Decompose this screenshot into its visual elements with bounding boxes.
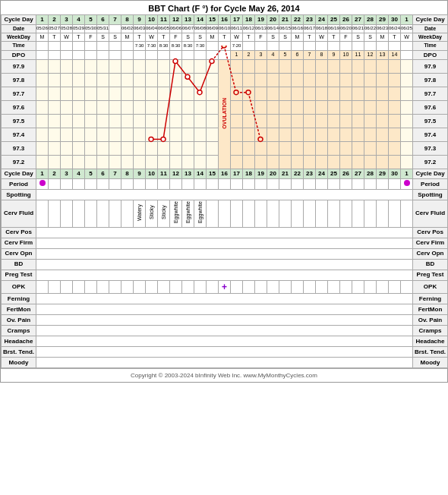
cervopn-label-right: Cerv Opn <box>413 248 448 259</box>
cycleday-bottom-label: Cycle Day <box>2 169 36 179</box>
time-label-right: Time <box>413 42 448 50</box>
bbt-label-976: 97.6 <box>2 101 36 115</box>
cramps-row: Cramps Cramps <box>2 325 448 336</box>
bbt-label-976-right: 97.6 <box>413 101 448 115</box>
main-chart: Cycle Day 1 2 3 4 5 6 7 8 9 10 11 12 13 … <box>1 14 448 368</box>
cervpos-label: Cerv Pos <box>2 227 36 238</box>
cervfirm-label-right: Cerv Firm <box>413 238 448 248</box>
cervpos-label-right: Cerv Pos <box>413 227 448 238</box>
cervfirm-label: Cerv Firm <box>2 238 36 248</box>
bbt-label-972-right: 97.2 <box>413 156 448 169</box>
cramps-label: Cramps <box>2 325 36 336</box>
cervfluid-row: Cerv Fluid Watery Sticky Sticky Eggwhite… <box>2 200 448 227</box>
period-label-right: Period <box>413 178 448 189</box>
weekday-label-right: WeekDay <box>413 33 448 41</box>
cycleday-header-row: Cycle Day 1 2 3 4 5 6 7 8 9 10 11 12 13 … <box>2 15 448 25</box>
bbt-label-972: 97.2 <box>2 156 36 169</box>
opk-label-right: OPK <box>413 280 448 293</box>
opk-plus-day16: + <box>222 282 227 292</box>
cramps-label-right: Cramps <box>413 325 448 336</box>
headache-label: Headache <box>2 336 36 346</box>
ferning-label: Ferning <box>2 293 36 304</box>
moody-label: Moody <box>2 357 36 367</box>
brsttend-row: Brst. Tend. Brst. Tend. <box>2 346 448 357</box>
bbt-label-978-right: 97.8 <box>413 74 448 87</box>
time-row: Time 7:30 7:30 8:30 8:30 8:30 7:30 7:20 <box>2 42 448 50</box>
bd-row: BD BD <box>2 259 448 270</box>
opk-label: OPK <box>2 280 36 293</box>
page-wrapper: BBT Chart (F °) for Cycle May 26, 2014 C… <box>0 0 448 383</box>
bbt-label-973: 97.3 <box>2 142 36 156</box>
bbt-label-975-right: 97.5 <box>413 115 448 128</box>
ovpain-label: Ov. Pain <box>2 314 36 325</box>
bbt-label-978: 97.8 <box>2 74 36 87</box>
ovulation-cell: OVULATION <box>219 60 231 169</box>
cervpos-row: Cerv Pos Cerv Pos <box>2 227 448 238</box>
cycleday-label-right: Cycle Day <box>413 15 448 25</box>
period-dot-day31 <box>404 180 410 186</box>
cervfluid-sticky1: Sticky <box>149 201 154 224</box>
brsttend-label-right: Brst. Tend. <box>413 346 448 357</box>
cycleday-bottom-row: Cycle Day 1234 5678 9101112 13141516 171… <box>2 169 448 179</box>
spotting-label: Spotting <box>2 189 36 200</box>
bbt-label-973-right: 97.3 <box>413 142 448 156</box>
bbt-label-974-right: 97.4 <box>413 128 448 142</box>
bbt-label-975: 97.5 <box>2 115 36 128</box>
bbt-label-977: 97.7 <box>2 87 36 101</box>
dpo-row: DPO 1 2 3 4 5 6 7 8 9 10 <box>2 50 448 60</box>
weekday-row: WeekDay M T W T F S S M T W T F S S M T … <box>2 33 448 41</box>
fertmon-label-right: FertMon <box>413 304 448 314</box>
headache-row: Headache Headache <box>2 336 448 346</box>
cycleday-label: Cycle Day <box>2 15 36 25</box>
ferning-row: Ferning Ferning <box>2 293 448 304</box>
period-label: Period <box>2 178 36 189</box>
fertmon-label: FertMon <box>2 304 36 314</box>
ovpain-row: Ov. Pain Ov. Pain <box>2 314 448 325</box>
bd-label-right: BD <box>413 259 448 270</box>
cervfluid-label-right: Cerv Fluid <box>413 200 448 227</box>
cervfluid-label: Cerv Fluid <box>2 200 36 227</box>
dpo-label: DPO <box>2 50 36 60</box>
cervfluid-eggwhite1: Eggwhite <box>173 201 178 224</box>
bbt-label-979: 97.9 <box>2 60 36 74</box>
cervfluid-eggwhite2: Eggwhite <box>185 201 191 224</box>
bd-label: BD <box>2 259 36 270</box>
opk-row: OPK + OPK <box>2 280 448 293</box>
dpo-label-right: DPO <box>413 50 448 60</box>
cycleday-bottom-label-right: Cycle Day <box>413 169 448 179</box>
cervfluid-watery: Watery <box>137 201 142 224</box>
bbt-row-979: 97.9 OVULATION 97.9 <box>2 60 448 74</box>
ovpain-label-right: Ov. Pain <box>413 314 448 325</box>
date-label-right: Date <box>413 24 448 33</box>
cervfirm-row: Cerv Firm Cerv Firm <box>2 238 448 248</box>
bbt-label-974: 97.4 <box>2 128 36 142</box>
cervopn-row: Cerv Opn Cerv Opn <box>2 248 448 259</box>
cervopn-label: Cerv Opn <box>2 248 36 259</box>
time-label: Time <box>2 42 36 50</box>
cervfluid-sticky2: Sticky <box>161 201 166 224</box>
pregtest-label-right: Preg Test <box>413 270 448 280</box>
date-row: Date 05/26 05/27 05/28 05/29 05/30 05/31… <box>2 24 448 33</box>
spotting-label-right: Spotting <box>413 189 448 200</box>
footer-text: Copyright © 2003-2024 bInfinity Web Inc.… <box>131 372 317 379</box>
bbt-label-977-right: 97.7 <box>413 87 448 101</box>
pregtest-label: Preg Test <box>2 270 36 280</box>
ferning-label-right: Ferning <box>413 293 448 304</box>
brsttend-label: Brst. Tend. <box>2 346 36 357</box>
pregtest-row: Preg Test Preg Test <box>2 270 448 280</box>
headache-label-right: Headache <box>413 336 448 346</box>
bbt-label-979-right: 97.9 <box>413 60 448 74</box>
period-row: Period Period <box>2 178 448 189</box>
fertmon-row: FertMon FertMon <box>2 304 448 314</box>
moody-label-right: Moody <box>413 357 448 367</box>
weekday-label: WeekDay <box>2 33 36 41</box>
period-dot-day1 <box>39 180 46 186</box>
date-label: Date <box>2 24 36 33</box>
footer: Copyright © 2003-2024 bInfinity Web Inc.… <box>1 368 447 382</box>
moody-row: Moody Moody <box>2 357 448 367</box>
spotting-row: Spotting Spotting <box>2 189 448 200</box>
page-title: BBT Chart (F °) for Cycle May 26, 2014 <box>1 1 447 14</box>
cervfluid-eggwhite3: Eggwhite <box>197 201 203 224</box>
